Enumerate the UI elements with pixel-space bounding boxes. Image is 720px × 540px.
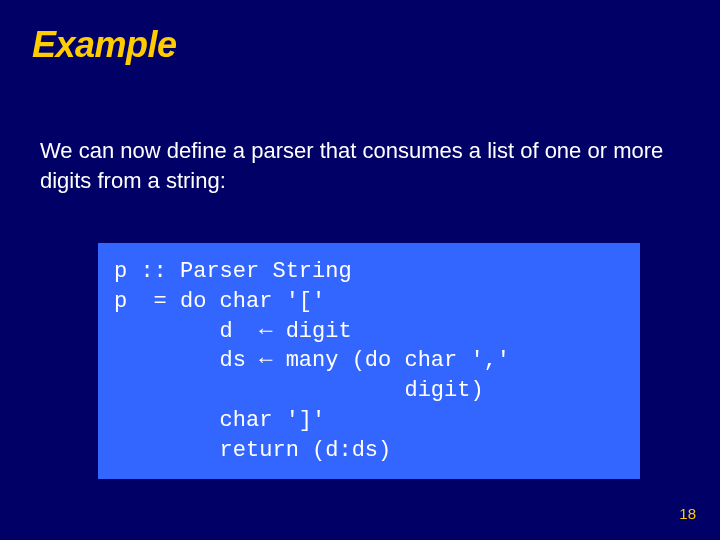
slide: Example We can now define a parser that … (0, 0, 720, 540)
code-block: p :: Parser String p = do char '[' d ← d… (98, 243, 640, 479)
page-number: 18 (679, 505, 696, 522)
slide-body-text: We can now define a parser that consumes… (40, 136, 680, 195)
slide-title: Example (32, 24, 690, 66)
